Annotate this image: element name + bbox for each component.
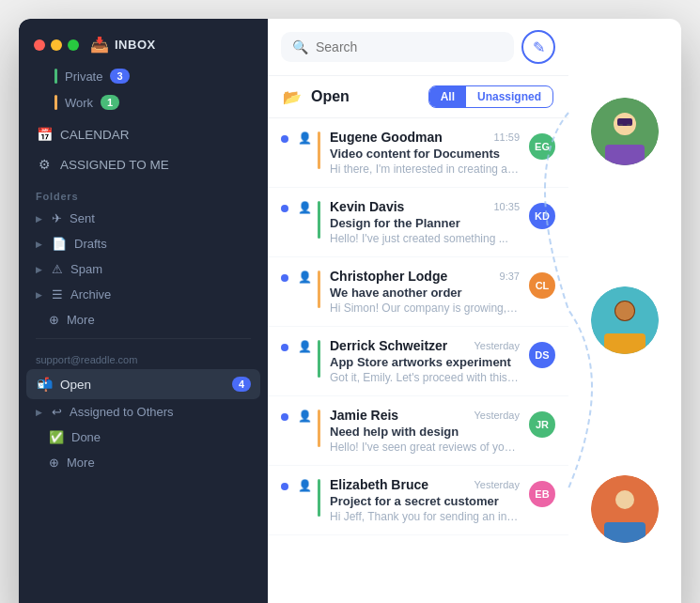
email-subject: Video content for Documents — [330, 147, 520, 161]
filter-unassigned-button[interactable]: Unassigned — [466, 86, 552, 107]
sidebar: 📥 INBOX Private 3 Work 1 📅 CALE — [19, 19, 268, 603]
svg-rect-10 — [604, 333, 646, 354]
search-wrapper[interactable]: 🔍 — [281, 32, 514, 62]
work-badge: 1 — [101, 95, 119, 110]
priority-indicator — [318, 410, 320, 447]
sidebar-item-more[interactable]: ⊕ More — [26, 450, 260, 475]
email-body: Derrick Schweitzer Yesterday App Store a… — [330, 338, 520, 384]
email-top-row: Eugene Goodman 11:59 — [330, 130, 520, 145]
minimize-button[interactable] — [51, 39, 62, 51]
avatar-small: CL — [529, 272, 555, 299]
email-subject: Need help with design — [330, 425, 520, 439]
sidebar-item-open[interactable]: 📬 Open 4 — [26, 369, 260, 399]
sidebar-item-archive[interactable]: ▶ ☰ Archive — [26, 282, 260, 307]
sidebar-item-assigned-others[interactable]: ▶ ↩ Assigned to Others — [26, 399, 260, 425]
spam-icon: ⚠ — [52, 262, 63, 276]
folders-section-label: Folders — [26, 179, 260, 206]
open-folder-icon: 📂 — [283, 88, 302, 106]
main-content: 🔍 ✎ 📂 Open All Unassigned 👤 Euge — [268, 19, 568, 603]
sidebar-item-work[interactable]: Work 1 — [26, 89, 260, 116]
email-subject: We have another order — [330, 286, 520, 300]
more-icon: ⊕ — [49, 456, 59, 470]
email-time: 11:59 — [493, 131, 520, 143]
sidebar-item-more-folders[interactable]: ⊕ More — [26, 307, 260, 332]
assign-icon: 👤 — [298, 201, 312, 214]
more-folders-label: More — [67, 313, 95, 327]
email-time: Yesterday — [474, 410, 520, 421]
chevron-right-icon: ▶ — [36, 240, 42, 249]
sent-label: Sent — [70, 211, 95, 225]
sidebar-item-private[interactable]: Private 3 — [26, 63, 260, 89]
avatar-circle-3 — [591, 475, 659, 543]
sidebar-item-drafts[interactable]: ▶ 📄 Drafts — [26, 231, 260, 256]
archive-icon: ☰ — [52, 287, 63, 302]
sidebar-item-assigned-to-me[interactable]: ⚙ ASSIGNED TO ME — [26, 149, 260, 179]
svg-point-11 — [617, 302, 632, 317]
svg-rect-14 — [604, 522, 646, 543]
email-item[interactable]: 👤 Christopher Lodge 9:37 We have another… — [268, 257, 568, 327]
email-item[interactable]: 👤 Jamie Reis Yesterday Need help with de… — [268, 396, 568, 466]
open-label: Open — [60, 378, 225, 392]
avatar-svg-2 — [591, 286, 659, 354]
sender-name: Jamie Reis — [330, 408, 398, 423]
sender-name: Eugene Goodman — [330, 130, 443, 145]
email-body: Christopher Lodge 9:37 We have another o… — [330, 269, 520, 315]
email-time: 10:35 — [493, 201, 520, 212]
sidebar-item-sent[interactable]: ▶ ✈ Sent — [26, 206, 260, 231]
email-item[interactable]: 👤 Eugene Goodman 11:59 Video content for… — [268, 118, 568, 188]
email-item[interactable]: 👤 Kevin Davis 10:35 Design for the Plann… — [268, 188, 568, 257]
avatar-circle-2 — [591, 286, 659, 354]
search-bar: 🔍 ✎ — [268, 19, 568, 76]
open-title: Open — [311, 88, 419, 105]
drafts-icon: 📄 — [52, 237, 67, 251]
email-left: 👤 — [298, 130, 320, 169]
avatar-small: JR — [529, 411, 555, 438]
sidebar-item-spam[interactable]: ▶ ⚠ Spam — [26, 256, 260, 282]
sidebar-item-calendar[interactable]: 📅 CALENDAR — [26, 119, 260, 149]
email-top-row: Derrick Schweitzer Yesterday — [330, 338, 520, 353]
inbox-icon: 📥 — [90, 36, 109, 54]
email-top-row: Jamie Reis Yesterday — [330, 408, 520, 423]
unread-dot — [281, 413, 288, 421]
priority-indicator — [318, 340, 320, 378]
unread-dot — [281, 135, 288, 143]
archive-label: Archive — [70, 287, 111, 302]
inbox-group: Private 3 Work 1 — [26, 63, 260, 116]
search-input[interactable] — [316, 39, 503, 54]
private-color-indicator — [54, 69, 57, 84]
sidebar-item-done[interactable]: ✅ Done — [26, 425, 260, 450]
avatar-small: KD — [529, 203, 555, 229]
inbox-title: INBOX — [115, 38, 156, 52]
list-header: 📂 Open All Unassigned — [268, 76, 568, 118]
unread-dot — [281, 344, 288, 351]
maximize-button[interactable] — [68, 39, 79, 51]
compose-icon: ✎ — [533, 39, 545, 56]
assign-icon: 👤 — [298, 340, 312, 353]
sent-icon: ✈ — [52, 211, 62, 225]
email-left: 👤 — [298, 199, 320, 239]
email-body: Jamie Reis Yesterday Need help with desi… — [330, 408, 520, 454]
calendar-icon: 📅 — [36, 126, 53, 143]
unread-dot — [281, 274, 288, 282]
sender-name: Christopher Lodge — [330, 269, 447, 284]
work-label: Work — [65, 96, 93, 110]
private-badge: 3 — [110, 69, 129, 84]
priority-indicator — [318, 271, 320, 308]
calendar-label: CALENDAR — [60, 128, 251, 142]
email-time: Yesterday — [474, 340, 520, 351]
compose-button[interactable]: ✎ — [521, 30, 555, 64]
priority-indicator — [318, 479, 320, 517]
avatar-svg-3 — [591, 475, 659, 543]
chevron-right-icon: ▶ — [36, 290, 42, 300]
email-subject: Design for the Planner — [330, 216, 520, 230]
email-item[interactable]: 👤 Elizabeth Bruce Yesterday Project for … — [268, 466, 568, 535]
sender-name: Elizabeth Bruce — [330, 477, 428, 492]
chevron-right-icon: ▶ — [36, 214, 42, 224]
svg-rect-2 — [605, 145, 645, 165]
open-badge: 4 — [232, 377, 251, 392]
assign-icon: 👤 — [298, 131, 312, 145]
filter-all-button[interactable]: All — [429, 86, 466, 107]
email-item[interactable]: 👤 Derrick Schweitzer Yesterday App Store… — [268, 327, 568, 396]
app-container: 📥 INBOX Private 3 Work 1 📅 CALE — [19, 19, 681, 603]
close-button[interactable] — [34, 39, 45, 51]
